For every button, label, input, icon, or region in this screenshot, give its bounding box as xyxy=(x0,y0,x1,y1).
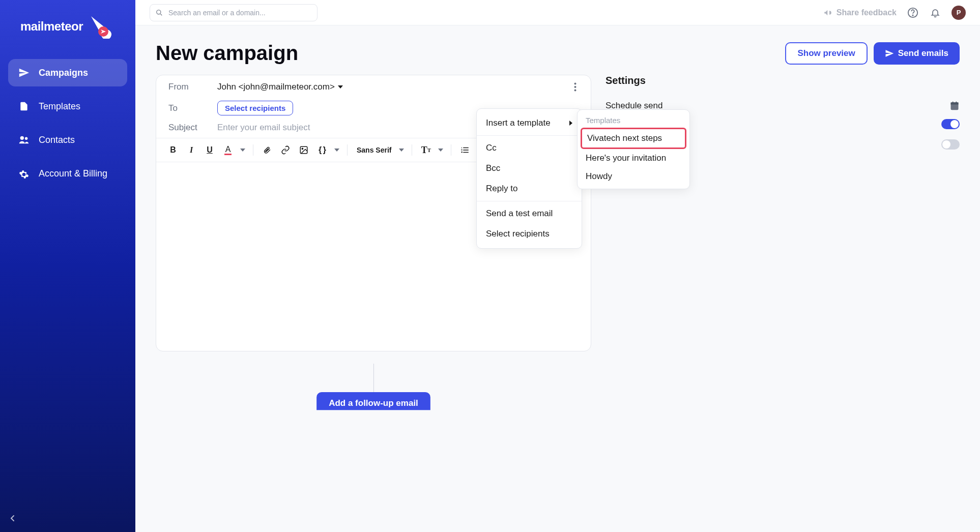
svg-point-2 xyxy=(25,137,28,140)
chevron-right-icon xyxy=(569,121,572,126)
main-area: Share feedback P New campaign Show previ… xyxy=(135,0,980,532)
chevron-down-icon xyxy=(338,85,343,88)
settings-title: Settings xyxy=(606,75,960,86)
template-item[interactable]: Vivatech next steps xyxy=(581,128,686,149)
separator xyxy=(253,144,253,156)
italic-button[interactable]: I xyxy=(184,142,199,158)
template-item[interactable]: Here's your invitation xyxy=(581,149,686,167)
font-size-button[interactable]: TT xyxy=(418,142,434,158)
page-title: New campaign xyxy=(156,42,298,65)
template-item[interactable]: Howdy xyxy=(581,167,686,186)
text-color-button[interactable]: A xyxy=(220,142,236,158)
show-preview-button[interactable]: Show preview xyxy=(785,42,867,65)
menu-reply-to[interactable]: Reply to xyxy=(477,179,582,199)
collapse-sidebar-button[interactable] xyxy=(10,515,125,522)
templates-submenu: Templates Vivatech next steps Here's you… xyxy=(577,109,690,189)
chevron-down-icon[interactable] xyxy=(333,142,341,158)
add-followup-button[interactable]: Add a follow-up email xyxy=(316,392,430,415)
svg-point-10 xyxy=(302,148,303,149)
topbar: Share feedback P xyxy=(135,0,980,25)
ordered-list-button[interactable] xyxy=(457,142,473,158)
svg-point-3 xyxy=(157,10,161,14)
sidebar: mailmeteor Campaigns Templates Contacts … xyxy=(0,0,135,532)
gear-icon xyxy=(18,169,30,180)
nav-label: Templates xyxy=(39,101,80,112)
calendar-icon xyxy=(949,101,960,111)
bell-icon[interactable] xyxy=(929,7,941,19)
svg-rect-21 xyxy=(951,102,959,104)
svg-rect-23 xyxy=(956,102,957,103)
menu-bcc[interactable]: Bcc xyxy=(477,158,582,179)
chevron-down-icon[interactable] xyxy=(239,142,247,158)
nav-campaigns[interactable]: Campaigns xyxy=(8,59,127,86)
nav-label: Account & Billing xyxy=(39,168,107,180)
separator xyxy=(477,135,582,136)
content: From John <john@mailmeteor.com> To Selec… xyxy=(135,75,980,532)
from-selector[interactable]: John <john@mailmeteor.com> xyxy=(217,82,343,92)
editor-column: From John <john@mailmeteor.com> To Selec… xyxy=(156,75,591,522)
menu-send-test[interactable]: Send a test email xyxy=(477,203,582,224)
nav-list: Campaigns Templates Contacts Account & B… xyxy=(0,59,135,194)
nav-templates[interactable]: Templates xyxy=(8,93,127,120)
separator xyxy=(347,144,348,156)
bold-button[interactable]: B xyxy=(165,142,181,158)
chevron-down-icon[interactable] xyxy=(397,142,406,158)
image-button[interactable] xyxy=(296,142,311,158)
search-wrap xyxy=(150,4,318,21)
tracking-toggle-on[interactable] xyxy=(941,119,960,129)
tracking-toggle-off[interactable] xyxy=(941,139,960,150)
people-icon xyxy=(18,134,30,145)
menu-cc[interactable]: Cc xyxy=(477,138,582,158)
help-icon[interactable] xyxy=(907,7,919,19)
svg-point-5 xyxy=(912,15,913,15)
brand-logo[interactable]: mailmeteor xyxy=(0,0,135,59)
from-row: From John <john@mailmeteor.com> xyxy=(156,75,591,99)
subject-label: Subject xyxy=(168,123,209,133)
separator xyxy=(451,144,451,156)
header-actions: Show preview Send emails xyxy=(785,42,960,65)
followup-area: Add a follow-up email xyxy=(156,364,591,415)
sidebar-footer xyxy=(0,505,135,532)
compose-more-button[interactable] xyxy=(572,80,579,94)
send-emails-button[interactable]: Send emails xyxy=(874,42,960,65)
from-label: From xyxy=(168,82,209,92)
chevron-down-icon[interactable] xyxy=(437,142,445,158)
svg-point-1 xyxy=(20,136,24,140)
search-icon xyxy=(156,9,163,16)
search-input[interactable] xyxy=(150,4,318,21)
send-icon xyxy=(18,67,30,78)
link-button[interactable] xyxy=(278,142,293,158)
file-icon xyxy=(18,101,30,112)
font-family-selector[interactable]: Sans Serif xyxy=(354,146,394,154)
select-recipients-button[interactable]: Select recipients xyxy=(217,101,293,115)
menu-select-recipients[interactable]: Select recipients xyxy=(477,224,582,244)
nav-label: Campaigns xyxy=(39,68,88,78)
send-icon xyxy=(885,49,894,58)
user-avatar[interactable]: P xyxy=(952,6,966,20)
megaphone-icon xyxy=(823,8,832,17)
separator xyxy=(412,144,412,156)
nav-label: Contacts xyxy=(39,135,75,145)
share-feedback-button[interactable]: Share feedback xyxy=(823,8,897,17)
brand-name: mailmeteor xyxy=(20,19,83,34)
svg-point-8 xyxy=(574,90,577,92)
to-label: To xyxy=(168,103,209,113)
separator xyxy=(477,201,582,201)
variables-button[interactable]: { } xyxy=(314,142,330,158)
topbar-right: Share feedback P xyxy=(823,6,966,20)
nav-account-billing[interactable]: Account & Billing xyxy=(8,160,127,188)
nav-contacts[interactable]: Contacts xyxy=(8,126,127,154)
svg-point-7 xyxy=(574,86,577,88)
menu-insert-template[interactable]: Insert a template xyxy=(477,113,582,133)
svg-rect-22 xyxy=(953,102,954,103)
meteor-icon xyxy=(87,14,111,39)
compose-more-menu: Insert a template Cc Bcc Reply to Send a… xyxy=(476,108,582,249)
page-header: New campaign Show preview Send emails xyxy=(135,25,980,75)
attachment-button[interactable] xyxy=(260,142,275,158)
underline-button[interactable]: U xyxy=(202,142,217,158)
templates-header: Templates xyxy=(581,113,686,128)
svg-point-6 xyxy=(574,83,577,85)
feedback-label: Share feedback xyxy=(837,8,897,17)
connector-line xyxy=(373,364,374,392)
